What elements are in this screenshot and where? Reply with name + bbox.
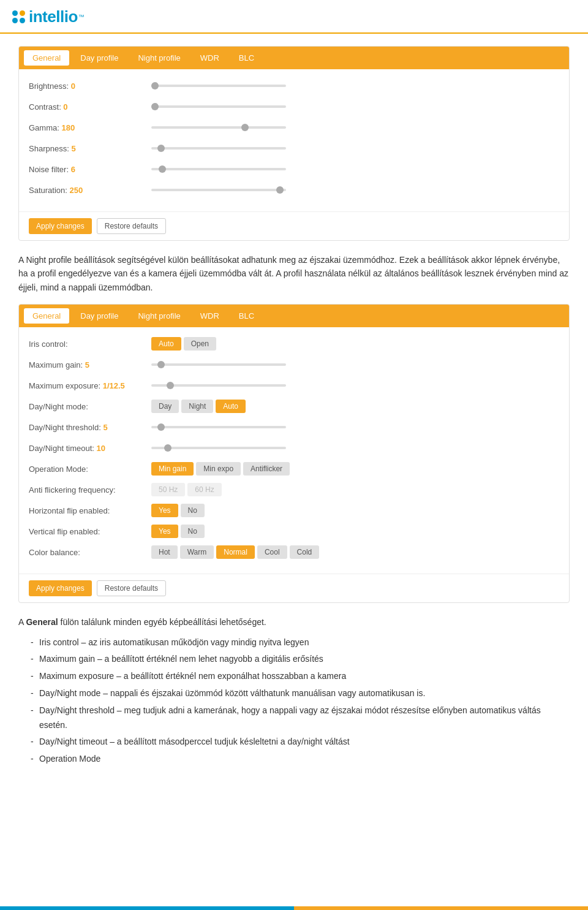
- row-max-gain: Maximum gain: 5: [29, 357, 559, 373]
- logo-tm: ™: [78, 13, 85, 20]
- cb-warm-btn[interactable]: Warm: [180, 545, 214, 559]
- text-general-strong: General: [26, 617, 58, 627]
- row-operation-mode: Operation Mode: Min gain Min expo Antifl…: [29, 461, 559, 477]
- slider-contrast-input[interactable]: [151, 105, 286, 108]
- tab-wdr-1[interactable]: WDR: [192, 50, 228, 66]
- panel-2-tabs: General Day profile Night profile WDR BL…: [19, 305, 569, 327]
- mode-day-btn[interactable]: Day: [151, 400, 179, 413]
- label-color-balance: Color balance:: [29, 548, 151, 557]
- logo: intellio™: [12, 7, 85, 26]
- cb-cool-btn[interactable]: Cool: [257, 545, 287, 559]
- restore-defaults-btn-1[interactable]: Restore defaults: [97, 218, 166, 234]
- iris-auto-btn[interactable]: Auto: [151, 337, 181, 351]
- vflip-no-btn[interactable]: No: [181, 525, 205, 538]
- slider-sharpness: [151, 147, 559, 150]
- slider-brightness-input[interactable]: [151, 85, 286, 87]
- panel-2-footer: Apply changes Restore defaults: [19, 574, 569, 602]
- row-daynight-timeout: Day/Night timeout: 10: [29, 440, 559, 456]
- tab-night-profile-1[interactable]: Night profile: [129, 50, 189, 66]
- row-vflip: Vertical flip enabled: Yes No: [29, 523, 559, 539]
- logo-dot-blue-3: [20, 18, 25, 23]
- panel-2-body: Iris control: Auto Open Maximum gain: 5 …: [19, 327, 569, 574]
- tab-night-profile-2[interactable]: Night profile: [129, 308, 189, 324]
- row-noise-filter: Noise filter: 6: [29, 161, 559, 177]
- label-brightness: Brightness: 0: [29, 82, 151, 91]
- freq-60hz-btn: 60 Hz: [187, 483, 221, 496]
- iris-control-btns: Auto Open: [151, 337, 216, 351]
- slider-saturation-input[interactable]: [151, 189, 286, 191]
- logo-dot-blue-1: [12, 10, 18, 16]
- label-hflip: Horizontal flip enabled:: [29, 506, 151, 515]
- apply-changes-btn-2[interactable]: Apply changes: [29, 580, 92, 596]
- slider-gamma-input[interactable]: [151, 126, 286, 129]
- color-balance-btns: Hot Warm Normal Cool Cold: [151, 545, 319, 559]
- label-max-exposure: Maximum exposure: 1/12.5: [29, 381, 151, 390]
- op-antiflicker-btn[interactable]: Antiflicker: [243, 462, 290, 476]
- row-brightness: Brightness: 0: [29, 78, 559, 94]
- slider-max-exposure-input[interactable]: [151, 384, 286, 387]
- slider-max-gain-input[interactable]: [151, 363, 286, 366]
- row-max-exposure: Maximum exposure: 1/12.5: [29, 377, 559, 393]
- panel-1-tabs: General Day profile Night profile WDR BL…: [19, 47, 569, 69]
- label-iris-control: Iris control:: [29, 339, 151, 349]
- op-min-expo-btn[interactable]: Min expo: [196, 462, 241, 476]
- row-sharpness: Sharpness: 5: [29, 140, 559, 156]
- tab-general-1[interactable]: General: [24, 50, 69, 66]
- main-content: General Day profile Night profile WDR BL…: [0, 34, 588, 789]
- list-item-max-gain: Maximum gain – a beállított értéknél nem…: [31, 652, 570, 667]
- daynight-mode-btns: Day Night Auto: [151, 400, 246, 413]
- label-daynight-mode: Day/Night mode:: [29, 402, 151, 411]
- label-sharpness: Sharpness: 5: [29, 144, 151, 153]
- tab-blc-1[interactable]: BLC: [230, 50, 263, 66]
- apply-changes-btn-1[interactable]: Apply changes: [29, 218, 92, 234]
- slider-saturation: [151, 189, 559, 191]
- tab-blc-2[interactable]: BLC: [230, 308, 263, 324]
- hflip-yes-btn[interactable]: Yes: [151, 504, 178, 517]
- operation-mode-btns: Min gain Min expo Antiflicker: [151, 462, 290, 476]
- mode-auto-btn[interactable]: Auto: [216, 400, 246, 413]
- footer-bar: [0, 906, 588, 910]
- tab-day-profile-1[interactable]: Day profile: [72, 50, 127, 66]
- row-color-balance: Color balance: Hot Warm Normal Cool Cold: [29, 544, 559, 560]
- slider-daynight-threshold-input[interactable]: [151, 426, 286, 428]
- logo-dot-blue-2: [12, 18, 18, 23]
- row-anti-flicker: Anti flickering frequency: 50 Hz 60 Hz: [29, 482, 559, 498]
- mode-night-btn[interactable]: Night: [181, 400, 213, 413]
- restore-defaults-btn-2[interactable]: Restore defaults: [97, 580, 166, 596]
- header: intellio™: [0, 0, 588, 34]
- row-contrast: Contrast: 0: [29, 99, 559, 115]
- list-item-max-exposure: Maximum exposure – a beállított értéknél…: [31, 669, 570, 684]
- cb-cold-btn[interactable]: Cold: [290, 545, 320, 559]
- hflip-no-btn[interactable]: No: [181, 504, 205, 517]
- tab-day-profile-2[interactable]: Day profile: [72, 308, 127, 324]
- slider-noise-filter: [151, 168, 559, 170]
- slider-noise-filter-input[interactable]: [151, 168, 286, 170]
- panel-2: General Day profile Night profile WDR BL…: [18, 304, 570, 603]
- slider-daynight-timeout-input[interactable]: [151, 447, 286, 449]
- cb-normal-btn[interactable]: Normal: [216, 545, 255, 559]
- tab-wdr-2[interactable]: WDR: [192, 308, 228, 324]
- label-gamma: Gamma: 180: [29, 123, 151, 132]
- tab-general-2[interactable]: General: [24, 308, 69, 324]
- slider-sharpness-input[interactable]: [151, 147, 286, 150]
- list-item-daynight-mode: Day/Night mode – nappali és éjszakai üzö…: [31, 686, 570, 701]
- hflip-btns: Yes No: [151, 504, 205, 517]
- anti-flicker-btns: 50 Hz 60 Hz: [151, 483, 222, 496]
- vflip-yes-btn[interactable]: Yes: [151, 525, 178, 538]
- text-intro-2: A General fülön találunk minden egyéb ké…: [18, 615, 570, 629]
- slider-gamma: [151, 126, 559, 129]
- row-hflip: Horizontal flip enabled: Yes No: [29, 502, 559, 518]
- op-min-gain-btn[interactable]: Min gain: [151, 462, 194, 476]
- list-item-iris: Iris control – az iris automatikusan műk…: [31, 635, 570, 650]
- row-iris-control: Iris control: Auto Open: [29, 336, 559, 352]
- iris-open-btn[interactable]: Open: [184, 337, 216, 351]
- slider-brightness: [151, 85, 559, 87]
- label-daynight-threshold: Day/Night threshold: 5: [29, 423, 151, 432]
- cb-hot-btn[interactable]: Hot: [151, 545, 178, 559]
- slider-daynight-timeout: [151, 447, 559, 449]
- panel-1: General Day profile Night profile WDR BL…: [18, 46, 570, 241]
- text-block-2: A General fülön találunk minden egyéb ké…: [18, 615, 570, 767]
- row-daynight-threshold: Day/Night threshold: 5: [29, 419, 559, 435]
- panel-1-body: Brightness: 0 Contrast: 0 Gamma: 180: [19, 69, 569, 211]
- label-contrast: Contrast: 0: [29, 102, 151, 112]
